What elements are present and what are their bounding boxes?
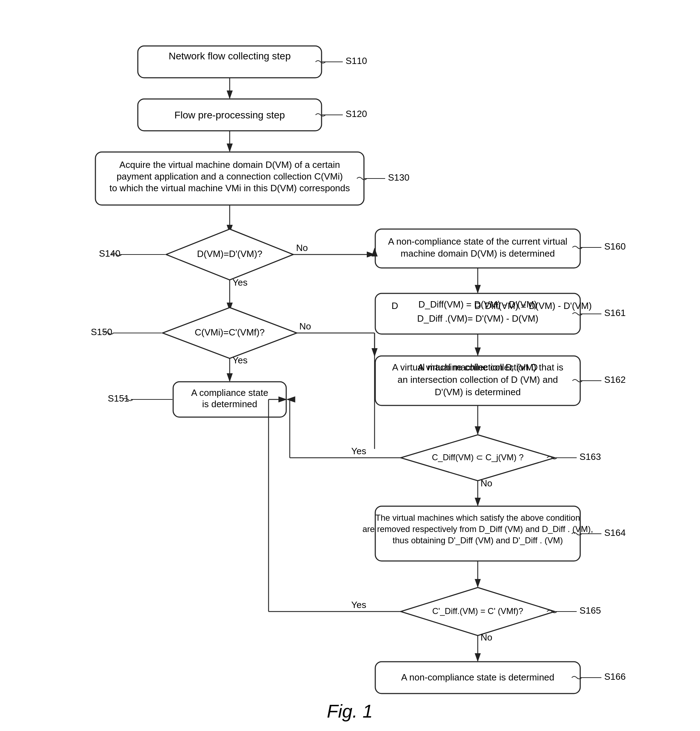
svg-text:machine domain D(VM) is determ: machine domain D(VM) is determined <box>401 248 555 259</box>
svg-text:an intersection collection of : an intersection collection of D (VM) and <box>398 374 558 385</box>
svg-text:No: No <box>299 321 311 332</box>
svg-text:S110: S110 <box>346 56 367 66</box>
svg-text:A compliance state: A compliance state <box>191 388 268 398</box>
svg-text:No: No <box>296 242 308 253</box>
svg-text:D'(VM) is determined: D'(VM) is determined <box>435 387 520 397</box>
svg-text:The virtual machines which sat: The virtual machines which satisfy the a… <box>376 513 580 523</box>
svg-text:S140: S140 <box>99 248 120 259</box>
svg-text:Yes: Yes <box>233 277 247 288</box>
svg-text:C(VMi)=C'(VMf)?: C(VMi)=C'(VMf)? <box>195 327 265 338</box>
svg-text:Yes: Yes <box>233 355 247 366</box>
svg-text:S162: S162 <box>604 374 626 385</box>
svg-text:S165: S165 <box>580 605 601 616</box>
svg-text:No: No <box>480 632 492 643</box>
svg-text:A non-compliance state of the : A non-compliance state of the current vi… <box>388 236 567 247</box>
svg-text:are removed respectively from : are removed respectively from D_Diff (VM… <box>363 524 593 534</box>
svg-text:S163: S163 <box>580 451 601 462</box>
diagram-container: Network flow collecting step S110 Flow p… <box>0 0 700 731</box>
svg-text:Network flow collecting step: Network flow collecting step <box>168 51 290 62</box>
svg-text:S166: S166 <box>604 671 626 682</box>
svg-text:S150: S150 <box>91 327 112 337</box>
svg-text:S130: S130 <box>388 172 410 183</box>
svg-text:to which the virtual machine V: to which the virtual machine VMi in this… <box>110 183 350 193</box>
svg-text:S161: S161 <box>604 308 626 318</box>
svg-text:C'_Diff.(VM) = C' (VMf)?: C'_Diff.(VM) = C' (VMf)? <box>432 606 523 616</box>
svg-text:D_Diff .(VM)= D'(VM) - D(VM): D_Diff .(VM)= D'(VM) - D(VM) <box>417 313 538 324</box>
svg-text:payment application and a conn: payment application and a connection col… <box>117 171 343 182</box>
svg-text:Yes: Yes <box>351 599 366 610</box>
svg-text:S120: S120 <box>346 109 367 119</box>
svg-text:Flow pre-processing step: Flow pre-processing step <box>174 110 285 120</box>
svg-text:D(VM)=D'(VM)?: D(VM)=D'(VM)? <box>197 248 262 259</box>
svg-text:C_Diff(VM) ⊂ C_j(VM) ?: C_Diff(VM) ⊂ C_j(VM) ? <box>432 452 524 462</box>
svg-text:No: No <box>480 478 492 489</box>
svg-text:S164: S164 <box>604 527 626 538</box>
svg-text:A virtual machine collection D: A virtual machine collection Dⱼ (VM) tha… <box>392 362 564 373</box>
svg-text:D: D <box>391 301 398 311</box>
svg-text:S160: S160 <box>604 241 626 252</box>
svg-text:A non-compliance state is dete: A non-compliance state is determined <box>401 672 554 683</box>
svg-text:thus obtaining D'_Diff (VM) an: thus obtaining D'_Diff (VM) and D'_Diff … <box>392 536 563 545</box>
svg-text:Yes: Yes <box>351 446 366 457</box>
svg-text:D_Diff(VM) = D(VM) - D'(VM): D_Diff(VM) = D(VM) - D'(VM) <box>418 299 537 310</box>
svg-text:Acquire the virtual machine do: Acquire the virtual machine domain D(VM)… <box>119 159 340 170</box>
svg-text:is determined: is determined <box>202 399 257 410</box>
fig-label: Fig. 1 <box>327 701 373 721</box>
